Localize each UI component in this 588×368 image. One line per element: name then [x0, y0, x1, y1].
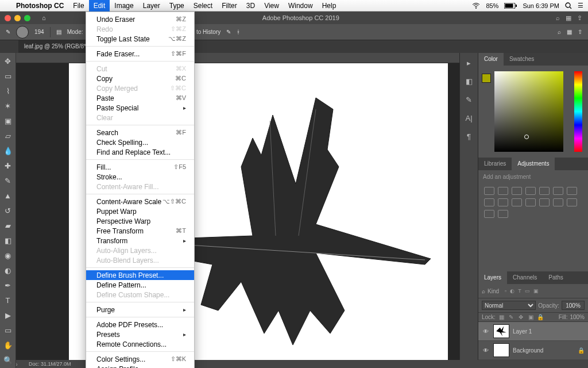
doc-size[interactable]: Doc: 31.1M/27.0M — [29, 361, 71, 367]
tab-channels[interactable]: Channels — [507, 271, 543, 284]
adj-selective-color-icon[interactable] — [498, 210, 508, 218]
quick-select-tool-icon[interactable]: ✶ — [2, 100, 14, 112]
doc-arrange-icon[interactable]: ▦ — [567, 29, 572, 35]
eyedropper-tool-icon[interactable]: 💧 — [2, 145, 14, 156]
menu-item-adobe-pdf-presets[interactable]: Adobe PDF Presets... — [86, 320, 194, 329]
spotlight-icon[interactable] — [565, 2, 572, 9]
menu-item-transform[interactable]: Transform — [86, 236, 194, 246]
tab-adjustments[interactable]: Adjustments — [512, 158, 555, 170]
symmetry-icon[interactable]: ᚼ — [237, 29, 240, 35]
wifi-icon[interactable] — [472, 3, 480, 9]
filter-shape-icon[interactable]: ▭ — [525, 288, 530, 294]
menu-layer[interactable]: Layer — [138, 0, 165, 12]
menu-item-paste-special[interactable]: Paste Special — [86, 103, 194, 113]
menu-item-toggle-last-state[interactable]: Toggle Last State⌥⌘Z — [86, 34, 194, 44]
lasso-tool-icon[interactable]: ⌇ — [2, 85, 14, 97]
tab-color[interactable]: Color — [478, 53, 504, 66]
crop-tool-icon[interactable]: ▣ — [2, 115, 14, 126]
expand-panel-icon[interactable]: ▸ — [464, 57, 474, 68]
brush-tool-icon[interactable]: ✎ — [2, 175, 14, 186]
type-tool-icon[interactable]: T — [2, 294, 14, 306]
menu-select[interactable]: Select — [189, 0, 217, 12]
blur-tool-icon[interactable]: ◉ — [2, 250, 14, 261]
tablet-pressure-icon[interactable]: ✎ — [226, 29, 231, 35]
menu-item-stroke[interactable]: Stroke... — [86, 172, 194, 182]
stamp-tool-icon[interactable]: ▲ — [2, 190, 14, 201]
hue-slider[interactable] — [574, 71, 582, 152]
path-select-tool-icon[interactable]: ▶ — [2, 309, 14, 321]
clock[interactable]: Sun 6:39 PM — [523, 2, 559, 9]
adj-gradient-map-icon[interactable] — [484, 210, 494, 218]
visibility-icon[interactable]: 👁 — [482, 347, 490, 354]
menu-item-paste[interactable]: Paste⌘V — [86, 93, 194, 103]
menu-item-fill[interactable]: Fill...⇧F5 — [86, 162, 194, 172]
brush-preset-picker[interactable] — [16, 26, 29, 39]
lock-artboard-icon[interactable]: ▣ — [527, 314, 535, 320]
adj-brightness-icon[interactable] — [484, 187, 494, 195]
share-doc-icon[interactable]: ⇧ — [578, 29, 582, 35]
lock-position-icon[interactable]: ✥ — [517, 314, 525, 320]
tab-layers[interactable]: Layers — [478, 271, 507, 284]
menu-filter[interactable]: Filter — [217, 0, 242, 12]
menu-item-purge[interactable]: Purge — [86, 305, 194, 315]
menu-item-puppet-warp[interactable]: Puppet Warp — [86, 206, 194, 216]
character-panel-icon[interactable]: A| — [464, 113, 474, 123]
menu-item-content-aware-scale[interactable]: Content-Aware Scale⌥⇧⌘C — [86, 197, 194, 206]
app-name[interactable]: Photoshop CC — [11, 2, 68, 10]
gradient-tool-icon[interactable]: ◧ — [2, 235, 14, 246]
adj-invert-icon[interactable] — [539, 198, 550, 206]
brush-panel-icon[interactable]: ▤ — [56, 29, 61, 35]
shape-tool-icon[interactable]: ▭ — [2, 324, 14, 336]
close-window-icon[interactable] — [5, 15, 11, 21]
search-icon[interactable]: ⌕ — [556, 14, 560, 22]
adj-photo-filter-icon[interactable] — [498, 198, 508, 206]
menu-item-presets[interactable]: Presets — [86, 329, 194, 339]
layer-row[interactable]: 👁Background🔒 — [478, 341, 588, 360]
lock-pixels-icon[interactable]: ✎ — [508, 314, 515, 320]
menu-item-define-brush-preset[interactable]: Define Brush Preset... — [86, 270, 194, 280]
canvas-area[interactable] — [16, 53, 459, 360]
fill-value[interactable]: 100% — [570, 314, 585, 320]
menu-item-undo-eraser[interactable]: Undo Eraser⌘Z — [86, 14, 194, 24]
foreground-color-swatch[interactable] — [482, 74, 491, 83]
layer-row[interactable]: 👁Layer 1 — [478, 322, 588, 341]
tab-swatches[interactable]: Swatches — [504, 53, 540, 66]
history-brush-tool-icon[interactable]: ↺ — [2, 205, 14, 216]
filter-type-icon[interactable]: T — [518, 288, 521, 294]
workspace-icon[interactable]: ▦ — [566, 14, 571, 22]
menu-file[interactable]: File — [68, 0, 88, 12]
eraser-tool-icon[interactable]: ✎ — [6, 29, 10, 35]
menu-item-copy[interactable]: Copy⌘C — [86, 74, 194, 83]
adj-posterize-icon[interactable] — [553, 198, 563, 206]
tab-paths[interactable]: Paths — [543, 271, 569, 284]
minimize-window-icon[interactable] — [14, 15, 21, 21]
menu-item-remote-connections[interactable]: Remote Connections... — [86, 339, 194, 349]
history-panel-icon[interactable]: ◧ — [464, 76, 474, 86]
marquee-tool-icon[interactable]: ▭ — [2, 70, 14, 82]
zoom-window-icon[interactable] — [24, 15, 30, 21]
frame-tool-icon[interactable]: ▱ — [2, 130, 14, 141]
lock-all-icon[interactable]: 🔒 — [537, 314, 544, 320]
opacity-value[interactable]: 100% — [562, 301, 585, 310]
menu-edit[interactable]: Edit — [89, 0, 110, 12]
adj-color-lookup-icon[interactable] — [525, 198, 536, 206]
adj-vibrance-icon[interactable] — [539, 187, 550, 195]
menu-item-assign-profile[interactable]: Assign Profile... — [86, 364, 194, 368]
adj-threshold-icon[interactable] — [567, 198, 577, 206]
layer-thumbnail[interactable] — [493, 324, 509, 338]
hand-tool-icon[interactable]: ✋ — [2, 339, 14, 351]
healing-tool-icon[interactable]: ✚ — [2, 160, 14, 171]
menu-item-perspective-warp[interactable]: Perspective Warp — [86, 216, 194, 226]
menu-3d[interactable]: 3D — [242, 0, 260, 12]
menu-item-search[interactable]: Search⌘F — [86, 128, 194, 137]
dodge-tool-icon[interactable]: ◐ — [2, 264, 14, 276]
menu-image[interactable]: Image — [110, 0, 138, 12]
menu-item-define-pattern[interactable]: Define Pattern... — [86, 280, 194, 290]
menu-help[interactable]: Help — [318, 0, 341, 12]
adj-levels-icon[interactable] — [498, 187, 508, 195]
adj-channel-mixer-icon[interactable] — [512, 198, 522, 206]
color-field[interactable] — [494, 71, 563, 152]
quick-search-icon[interactable]: ⌕ — [558, 29, 561, 35]
menu-item-find-and-replace-text[interactable]: Find and Replace Text... — [86, 147, 194, 157]
kind-filter-icon[interactable]: ⌕ — [482, 288, 485, 294]
